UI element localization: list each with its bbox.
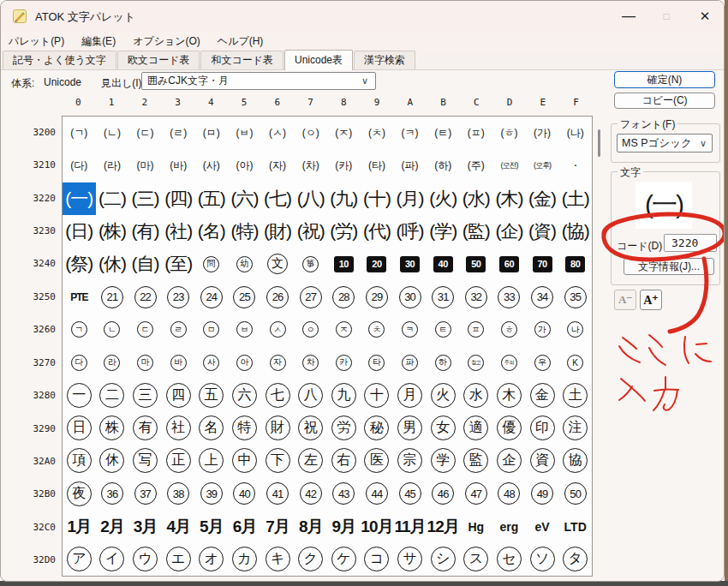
grid-cell-3240-8[interactable]: 10 [327, 248, 361, 280]
grid-cell-3260-3[interactable]: ㄹ [162, 314, 195, 346]
grid-scrollbar[interactable] [595, 116, 604, 577]
grid-cell-3220-3[interactable]: (四) [162, 182, 195, 215]
grid-cell-32A0-C[interactable]: 監 [460, 445, 493, 477]
grid-cell-32D0-A[interactable]: サ [393, 543, 427, 576]
grid-cell-3250-E[interactable]: 34 [526, 280, 559, 313]
grid-cell-3260-2[interactable]: ㄷ [128, 314, 162, 346]
grid-cell-32A0-0[interactable]: 項 [63, 445, 96, 477]
grid-cell-32D0-5[interactable]: カ [228, 543, 261, 576]
grid-cell-3200-2[interactable]: (ㄷ) [128, 117, 162, 149]
grid-cell-3260-5[interactable]: ㅂ [228, 314, 261, 346]
grid-cell-3220-B[interactable]: (火) [427, 182, 460, 215]
grid-cell-32C0-E[interactable]: eV [526, 510, 559, 542]
grid-cell-3220-0[interactable]: (一) [63, 182, 96, 215]
grid-cell-3210-9[interactable]: (타) [361, 149, 394, 182]
grid-cell-3240-D[interactable]: 60 [492, 248, 526, 280]
grid-cell-3260-1[interactable]: ㄴ [96, 314, 129, 346]
grid-cell-3260-A[interactable]: ㅋ [393, 314, 427, 346]
code-input[interactable]: 3220 [664, 234, 717, 252]
grid-cell-32C0-D[interactable]: erg [492, 510, 526, 542]
grid-cell-32C0-F[interactable]: LTD [558, 510, 592, 542]
grid-cell-32B0-F[interactable]: 50 [558, 477, 592, 510]
grid-cell-3200-8[interactable]: (ㅈ) [327, 117, 361, 149]
grid-cell-3210-0[interactable]: (다) [63, 149, 96, 182]
grid-cell-3210-3[interactable]: (바) [162, 149, 195, 182]
grid-cell-32C0-0[interactable]: 1月 [63, 510, 96, 542]
grid-cell-32B0-B[interactable]: 46 [427, 477, 460, 510]
grid-cell-3210-C[interactable]: (주) [460, 149, 493, 182]
grid-cell-3200-4[interactable]: (ㅁ) [195, 117, 229, 149]
close-button[interactable]: ✕ [685, 1, 725, 32]
grid-cell-3250-D[interactable]: 33 [492, 280, 526, 313]
grid-cell-3200-5[interactable]: (ㅂ) [228, 117, 261, 149]
grid-cell-32D0-B[interactable]: シ [427, 543, 460, 576]
grid-cell-3220-2[interactable]: (三) [128, 182, 162, 215]
grid-cell-3260-E[interactable]: 가 [526, 314, 559, 346]
grid-cell-3290-6[interactable]: 財 [261, 412, 295, 445]
grid-cell-3220-6[interactable]: (七) [261, 182, 295, 215]
grid-cell-3200-F[interactable]: (나) [558, 117, 592, 149]
grid-cell-32B0-E[interactable]: 49 [526, 477, 559, 510]
grid-cell-3250-6[interactable]: 26 [261, 280, 295, 313]
grid-cell-3210-4[interactable]: (사) [195, 149, 229, 182]
grid-cell-3290-2[interactable]: 有 [128, 412, 162, 445]
grid-cell-3200-B[interactable]: (ㅌ) [427, 117, 460, 149]
grid-cell-3240-3[interactable]: (至) [162, 248, 195, 280]
grid-cell-3290-A[interactable]: 男 [393, 412, 427, 445]
grid-cell-3230-C[interactable]: (監) [460, 215, 493, 248]
grid-cell-32C0-8[interactable]: 9月 [327, 510, 361, 542]
font-dropdown[interactable]: MS Pゴシック ∨ [617, 134, 713, 152]
grid-cell-3210-8[interactable]: (카) [327, 149, 361, 182]
grid-cell-32B0-A[interactable]: 45 [393, 477, 427, 510]
grid-cell-3210-B[interactable]: (하) [427, 149, 460, 182]
grid-cell-3200-E[interactable]: (가) [526, 117, 559, 149]
grid-cell-3270-5[interactable]: 아 [228, 346, 261, 379]
grid-cell-32C0-C[interactable]: Hg [460, 510, 493, 542]
grid-cell-32A0-4[interactable]: 上 [195, 445, 229, 477]
grid-cell-3210-7[interactable]: (차) [294, 149, 327, 182]
grid-cell-3260-F[interactable]: 나 [558, 314, 592, 346]
grid-cell-3270-E[interactable]: 우 [526, 346, 559, 379]
grid-cell-3220-8[interactable]: (九) [327, 182, 361, 215]
grid-cell-3270-0[interactable]: 다 [63, 346, 96, 379]
grid-cell-3240-4[interactable]: 問 [195, 248, 229, 280]
confirm-button[interactable]: 確定(N) [614, 71, 715, 88]
grid-cell-32B0-9[interactable]: 44 [361, 477, 394, 510]
grid-cell-32B0-8[interactable]: 43 [327, 477, 361, 510]
grid-cell-3200-7[interactable]: (ㅇ) [294, 117, 327, 149]
grid-cell-3250-F[interactable]: 35 [558, 280, 592, 313]
grid-cell-32C0-5[interactable]: 6月 [228, 510, 261, 542]
midashi-dropdown[interactable]: 囲みCJK文字・月 ∨ [141, 72, 376, 90]
grid-cell-32A0-6[interactable]: 下 [261, 445, 295, 477]
grid-cell-32D0-1[interactable]: イ [96, 543, 129, 576]
tab-4[interactable]: 漢字検索 [354, 51, 415, 69]
grid-cell-3280-8[interactable]: 九 [327, 379, 361, 411]
grid-cell-3290-9[interactable]: 秘 [361, 412, 394, 445]
menu-item-3[interactable]: ヘルプ(H) [218, 32, 264, 51]
grid-cell-3200-C[interactable]: (ㅍ) [460, 117, 493, 149]
grid-cell-3250-9[interactable]: 29 [361, 280, 394, 313]
grid-cell-3210-2[interactable]: (마) [128, 149, 162, 182]
grid-cell-3290-7[interactable]: 祝 [294, 412, 327, 445]
grid-cell-3210-6[interactable]: (자) [261, 149, 295, 182]
grid-cell-32D0-F[interactable]: タ [558, 543, 592, 576]
titlebar[interactable]: ATOK 文字パレット — □ ✕ [1, 1, 724, 32]
grid-cell-32B0-C[interactable]: 47 [460, 477, 493, 510]
grid-cell-3270-8[interactable]: 카 [327, 346, 361, 379]
grid-cell-3270-B[interactable]: 하 [427, 346, 460, 379]
grid-cell-3250-B[interactable]: 31 [427, 280, 460, 313]
grid-cell-3250-7[interactable]: 27 [294, 280, 327, 313]
grid-cell-3280-1[interactable]: 二 [96, 379, 129, 411]
grid-cell-3220-4[interactable]: (五) [195, 182, 229, 215]
grid-cell-3240-9[interactable]: 20 [361, 248, 394, 280]
grid-cell-3280-B[interactable]: 火 [427, 379, 460, 411]
grid-cell-32A0-3[interactable]: 正 [162, 445, 195, 477]
grid-cell-3260-C[interactable]: ㅍ [460, 314, 493, 346]
grid-cell-3200-A[interactable]: (ㅋ) [393, 117, 427, 149]
grid-cell-3230-6[interactable]: (財) [261, 215, 295, 248]
grid-cell-3210-E[interactable]: (오후) [526, 149, 559, 182]
grid-cell-3250-1[interactable]: 21 [96, 280, 129, 313]
grid-cell-3280-4[interactable]: 五 [195, 379, 229, 411]
grid-cell-3280-6[interactable]: 七 [261, 379, 295, 411]
grid-cell-32A0-D[interactable]: 企 [492, 445, 526, 477]
